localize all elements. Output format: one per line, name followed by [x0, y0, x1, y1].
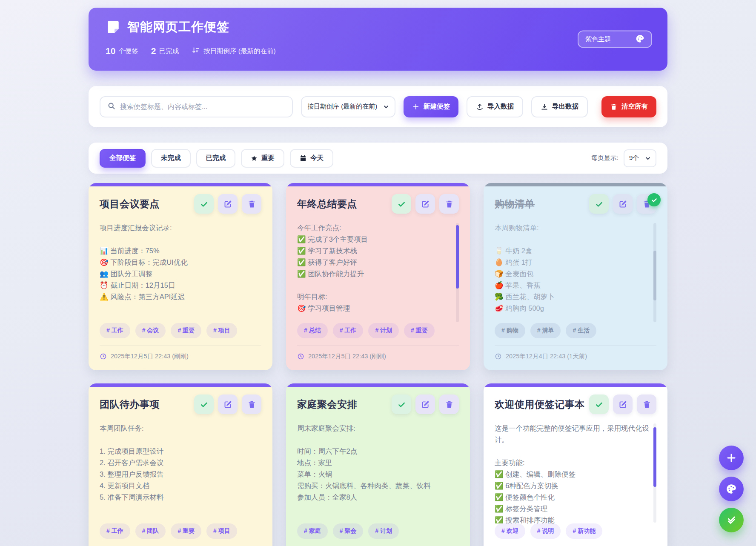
note-content-line: 1. 完成项目原型设计	[100, 446, 255, 457]
note-content-line: 📊 当前进度：75%	[100, 245, 255, 257]
new-note-button[interactable]: 新建便签	[404, 96, 458, 117]
note-content-line: 3. 整理用户反馈报告	[100, 469, 255, 480]
sort-status: 按日期倒序 (最新的在前)	[192, 46, 276, 56]
note-content-line: ⏰ 截止日期：12月15日	[100, 280, 255, 291]
note-footer: 2025年12月4日 22:43 (1天前)	[495, 346, 656, 361]
edit-note-button[interactable]	[218, 194, 238, 214]
theme-button-label: 紫色主题	[585, 35, 611, 43]
fab-stack	[719, 446, 744, 532]
note-color-bar	[286, 383, 470, 387]
note-scrollbar[interactable]	[653, 223, 656, 322]
note-content-line: 地点：家里	[297, 457, 452, 469]
note-content-line: 🥩 鸡胸肉 500g	[495, 303, 650, 314]
delete-note-button[interactable]	[439, 194, 459, 214]
theme-button[interactable]: 紫色主题	[578, 31, 652, 48]
fab-complete-all-button[interactable]	[719, 508, 744, 532]
export-data-button[interactable]: 导出数据	[531, 96, 588, 117]
filter-tab-label: 全部便签	[109, 154, 136, 163]
note-content-line: 这是一个功能完整的便签记事应用，采用现代化设计。	[495, 423, 650, 446]
note-title: 购物清单	[495, 194, 535, 211]
delete-note-button[interactable]	[242, 394, 261, 414]
edit-icon	[223, 200, 232, 209]
filter-tabs: 全部便签未完成已完成重要今天	[100, 149, 333, 168]
complete-note-button[interactable]	[589, 394, 609, 414]
chevron-down-icon	[383, 104, 389, 110]
star-icon	[251, 155, 258, 162]
import-data-button[interactable]: 导入数据	[467, 96, 523, 117]
search-icon	[107, 102, 115, 111]
edit-note-button[interactable]	[218, 394, 238, 414]
trash-icon	[642, 400, 651, 409]
note-content-line	[297, 280, 452, 291]
note-card: 欢迎使用便签记事本 这是一个功能完整的便签记事应用，采用现代化设计。主要功能:✅…	[484, 383, 667, 546]
complete-note-button[interactable]	[194, 394, 214, 414]
complete-note-button[interactable]	[392, 194, 411, 214]
note-scrollbar[interactable]	[456, 223, 459, 322]
note-title: 项目会议要点	[100, 194, 160, 211]
double-check-icon	[726, 515, 737, 526]
note-tag: # 会议	[135, 323, 166, 338]
note-scrollbar[interactable]	[653, 423, 656, 523]
delete-note-button[interactable]	[637, 394, 656, 414]
complete-note-button[interactable]	[194, 194, 214, 214]
filter-tab-label: 已完成	[206, 154, 226, 163]
filter-tab-未完成[interactable]: 未完成	[151, 149, 191, 168]
trash-icon	[610, 103, 618, 111]
fab-theme-button[interactable]	[719, 477, 744, 501]
note-date: 2025年12月5日 22:43 (刚刚)	[308, 352, 386, 360]
edit-note-button[interactable]	[415, 194, 435, 214]
filter-tab-已完成[interactable]: 已完成	[196, 149, 236, 168]
clear-all-button[interactable]: 清空所有	[601, 96, 656, 117]
note-tags: # 欢迎# 说明# 新功能	[495, 523, 656, 546]
plus-icon	[726, 452, 737, 463]
edit-icon	[421, 400, 430, 409]
note-content-line	[297, 434, 452, 446]
delete-note-button[interactable]	[439, 394, 459, 414]
note-tag: # 项目	[206, 323, 237, 338]
scrollbar-thumb[interactable]	[653, 251, 656, 300]
edit-note-button[interactable]	[613, 194, 633, 214]
notes-grid: 项目会议要点 项目进度汇报会议记录:📊 当前进度：75%🎯 下阶段目标：完成UI…	[89, 183, 667, 546]
check-icon	[397, 400, 406, 409]
note-actions	[589, 194, 656, 214]
complete-note-button[interactable]	[392, 394, 411, 414]
note-tag: # 工作	[333, 323, 364, 338]
note-title: 团队待办事项	[100, 394, 160, 411]
check-icon	[200, 200, 209, 209]
note-tag: # 团队	[135, 523, 166, 539]
note-content: 本周购物清单:🥛 牛奶 2盒🥚 鸡蛋 1打🍞 全麦面包🍎 苹果、香蕉🥦 西兰花、…	[495, 222, 656, 323]
note-content-line: ✅ 创建、编辑、删除便签	[495, 469, 650, 480]
note-content-line: ✅ 获得了客户好评	[297, 257, 452, 268]
note-tag: # 新功能	[566, 523, 602, 539]
filter-tab-今天[interactable]: 今天	[290, 149, 333, 168]
sort-order-select[interactable]: 按日期倒序 (最新的在前)	[301, 96, 395, 117]
restore-note-button[interactable]	[589, 194, 609, 214]
edit-note-button[interactable]	[415, 394, 435, 414]
note-card: 购物清单 本周购物清单:🥛 牛奶 2盒🥚 鸡蛋 1打🍞 全麦面包🍎 苹果、香蕉🥦…	[484, 183, 667, 370]
plus-icon	[412, 103, 420, 111]
note-content-line: 🥛 牛奶 2盒	[495, 245, 650, 257]
filter-tab-重要[interactable]: 重要	[241, 149, 284, 168]
note-content-line: 本周购物清单:	[495, 222, 650, 234]
note-content-line: 明年目标:	[297, 291, 452, 303]
edit-note-button[interactable]	[613, 394, 633, 414]
note-content-line: 菜单：火锅	[297, 469, 452, 480]
fab-add-note-button[interactable]	[719, 446, 744, 470]
note-tag: # 清单	[530, 323, 561, 338]
search-input[interactable]	[120, 103, 285, 111]
note-actions	[589, 394, 656, 414]
scrollbar-thumb[interactable]	[456, 225, 459, 289]
note-content-line: 项目进度汇报会议记录:	[100, 222, 255, 234]
palette-icon	[636, 34, 644, 44]
note-content-line: ✅ 团队协作能力提升	[297, 268, 452, 280]
note-actions	[194, 394, 261, 414]
note-content: 本周团队任务:1. 完成项目原型设计2. 召开客户需求会议3. 整理用户反馈报告…	[100, 423, 261, 523]
per-page-select[interactable]: 9个	[624, 149, 656, 167]
per-page-label: 每页显示:	[591, 154, 619, 162]
filter-tab-全部便签[interactable]: 全部便签	[100, 149, 146, 168]
delete-note-button[interactable]	[242, 194, 261, 214]
scrollbar-thumb[interactable]	[653, 427, 656, 487]
note-content-line	[100, 434, 255, 446]
trash-icon	[445, 400, 454, 409]
filter-tab-label: 未完成	[161, 154, 181, 163]
